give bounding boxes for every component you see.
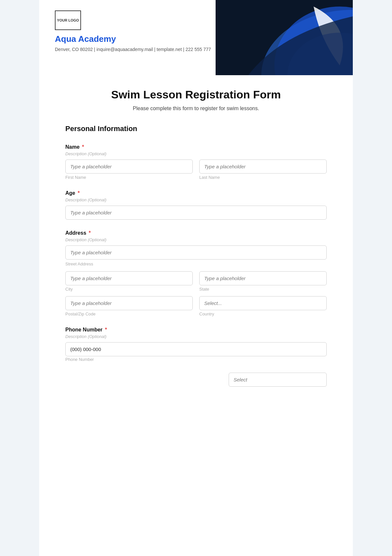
postal-country-row: Postal/Zip Code Country [65,296,327,316]
org-contact: Denver, CO 80202 | inquire@aquaacademy.m… [55,47,337,52]
field-group-name: Name * Description (Optional) First Name… [65,144,327,180]
field-desc-name: Description (Optional) [65,151,327,156]
field-group-address: Address * Description (Optional) Street … [65,230,327,316]
age-input[interactable] [65,206,327,220]
postal-input[interactable] [65,296,193,310]
street-address-label: Street Address [65,261,93,266]
field-group-age: Age * Description (Optional) [65,190,327,220]
city-label: City [65,287,193,292]
postal-col: Postal/Zip Code [65,296,193,316]
required-indicator-address: * [89,230,90,236]
org-name: Aqua Academy [55,34,337,44]
section-title-personal: Personal Information [65,125,327,135]
field-group-phone: Phone Number * Description (Optional) Ph… [65,327,327,362]
city-input[interactable] [65,271,193,285]
form-title: Swim Lesson Registration Form [65,88,327,101]
field-label-address: Address * [65,230,327,236]
header: YOUR LOGO Aqua Academy Denver, CO 80202 … [39,0,353,75]
field-desc-age: Description (Optional) [65,197,327,202]
name-field-row: First Name Last Name [65,160,327,180]
logo: YOUR LOGO [55,10,81,30]
phone-sublabel: Phone Number [65,357,94,362]
state-col: State [199,271,327,292]
select-right-col [229,373,327,387]
field-group-select [65,373,327,387]
required-indicator-name: * [82,144,84,150]
postal-label: Postal/Zip Code [65,312,193,316]
field-desc-phone: Description (Optional) [65,334,327,339]
street-address-row: Street Address [65,245,327,267]
state-input[interactable] [199,271,327,285]
last-name-label: Last Name [199,175,327,180]
street-address-input[interactable] [65,245,327,260]
city-col: City [65,271,193,292]
country-label: Country [199,312,327,316]
required-indicator-phone: * [105,327,107,332]
select-field-row [65,373,327,387]
last-name-col: Last Name [199,160,327,180]
required-indicator-age: * [78,190,80,196]
page-container: YOUR LOGO Aqua Academy Denver, CO 80202 … [39,0,353,556]
field-desc-address: Description (Optional) [65,237,327,242]
field-label-name: Name * [65,144,327,150]
country-input[interactable] [199,296,327,310]
country-col: Country [199,296,327,316]
city-state-row: City State [65,271,327,292]
phone-input[interactable] [65,342,327,356]
field-label-phone: Phone Number * [65,327,327,333]
form-subtitle: Please complete this form to register fo… [65,106,327,111]
first-name-label: First Name [65,175,193,180]
first-name-col: First Name [65,160,193,180]
last-name-input[interactable] [199,160,327,174]
header-left: YOUR LOGO Aqua Academy Denver, CO 80202 … [55,10,337,52]
main-content: Swim Lesson Registration Form Please com… [39,75,353,417]
field-label-age: Age * [65,190,327,196]
select-left-col [65,373,222,387]
select-input[interactable] [229,373,327,387]
state-label: State [199,287,327,292]
first-name-input[interactable] [65,160,193,174]
